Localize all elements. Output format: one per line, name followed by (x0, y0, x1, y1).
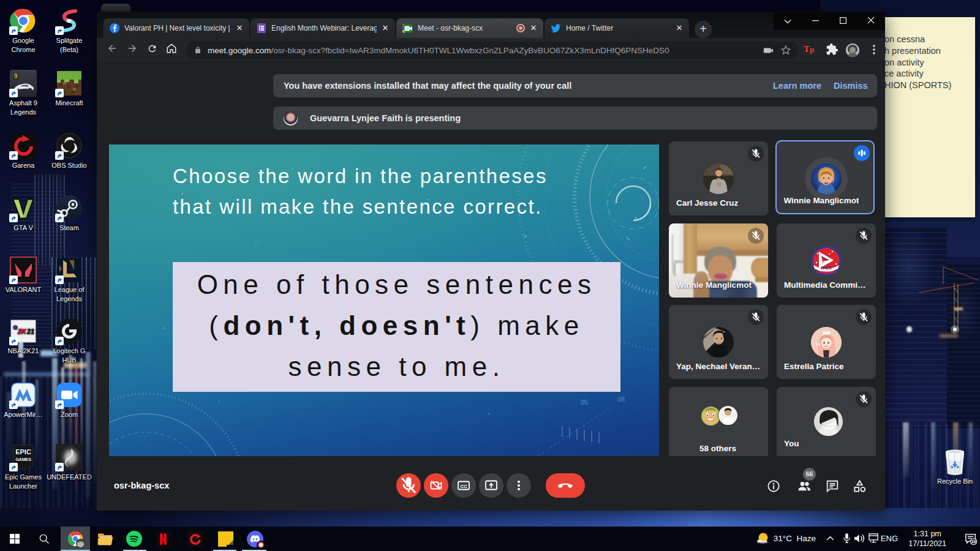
svg-text:EPIC: EPIC (15, 448, 31, 455)
svg-text:08: 08 (617, 395, 625, 403)
svg-text:GAMES: GAMES (15, 457, 31, 462)
svg-text:2K: 2K (17, 328, 27, 335)
svg-text:MULTIMEDIA TEAM: MULTIMEDIA TEAM (816, 271, 836, 274)
svg-text:10: 10 (971, 539, 976, 544)
svg-text:05: 05 (581, 399, 588, 406)
svg-text:♥ ♥: ♥ ♥ (816, 342, 820, 346)
svg-text:9: 9 (14, 73, 18, 80)
svg-text:WCC: WCC (820, 265, 832, 271)
svg-text:21: 21 (26, 328, 34, 335)
svg-text:CC: CC (460, 484, 467, 489)
